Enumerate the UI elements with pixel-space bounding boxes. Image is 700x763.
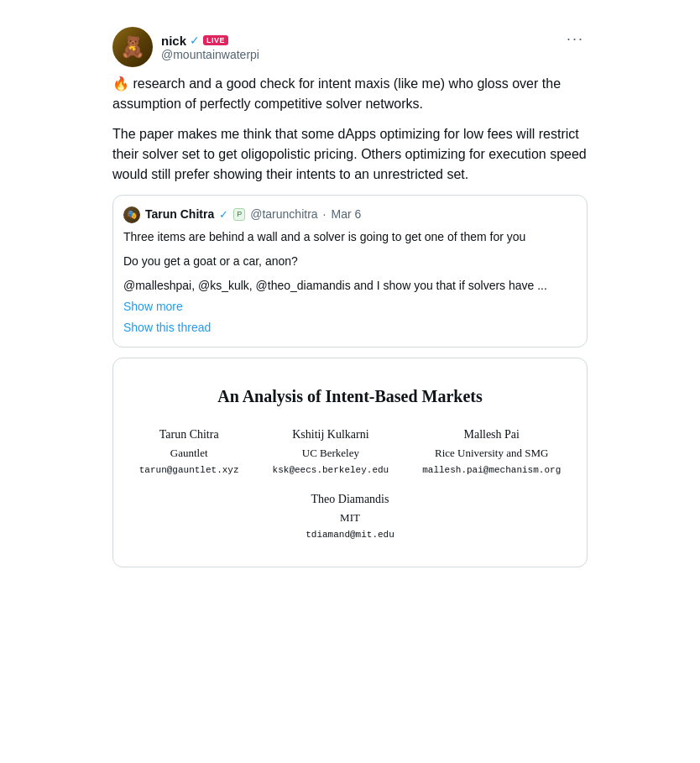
display-name[interactable]: nick [161,34,186,48]
center-author-affiliation: MIT [130,510,570,526]
quoted-tweet-date: Mar 6 [331,206,361,223]
author-3-email: mallesh.pai@mechanism.org [422,463,561,478]
quoted-avatar: 🎭 [123,206,140,223]
user-info: nick ✓ LIVE @mountainwaterpi [161,34,259,61]
author-block-2: Kshitij Kulkarni UC Berkeley ksk@eecs.be… [273,426,389,477]
tweet-body: 🔥 research and a good check for intent m… [112,74,588,567]
tweet-paragraph-2: The paper makes me think that some dApps… [112,124,588,185]
show-more-button[interactable]: Show more [123,298,577,316]
paper-title: An Analysis of Intent-Based Markets [130,384,570,409]
avatar[interactable]: 🧸 [112,27,153,67]
paper-authors: Tarun Chitra Gauntlet tarun@gauntlet.xyz… [130,426,570,477]
live-badge: LIVE [203,35,228,45]
quoted-tweet-header: 🎭 Tarun Chitra ✓ P @tarunchitra · Mar 6 [123,206,577,223]
author-2-email: ksk@eecs.berkeley.edu [273,463,389,478]
tweet-container: 🧸 nick ✓ LIVE @mountainwaterpi ··· 🔥 res… [99,17,601,588]
avatar-image: 🧸 [112,27,153,67]
tweet-header: 🧸 nick ✓ LIVE @mountainwaterpi ··· [112,27,588,67]
quoted-username[interactable]: @tarunchitra [250,206,317,223]
quoted-paragraph-2: Do you get a goat or a car, anon? [123,253,577,270]
paper-preview[interactable]: An Analysis of Intent-Based Markets Taru… [112,358,588,567]
show-thread-button[interactable]: Show this thread [123,319,577,337]
tweet-paragraph-1: 🔥 research and a good check for intent m… [112,74,588,114]
quoted-author-name[interactable]: Tarun Chitra [145,206,214,223]
more-options-button[interactable]: ··· [563,27,588,51]
display-name-row: nick ✓ LIVE [161,34,259,48]
quoted-paragraph-1: Three items are behind a wall and a solv… [123,228,577,246]
center-author-name: Theo Diamandis [130,490,570,508]
center-author-block: Theo Diamandis MIT tdiamand@mit.edu [130,490,570,541]
quoted-paragraph-3: @malleshpai, @ks_kulk, @theo_diamandis a… [123,277,577,295]
center-author-email: tdiamand@mit.edu [130,528,570,542]
author-1-name: Tarun Chitra [139,426,239,443]
author-2-affiliation: UC Berkeley [273,445,389,462]
quoted-tweet[interactable]: 🎭 Tarun Chitra ✓ P @tarunchitra · Mar 6 … [112,195,588,348]
username[interactable]: @mountainwaterpi [161,48,259,61]
quoted-verified-icon: ✓ [219,206,228,223]
verified-icon: ✓ [190,34,200,47]
author-2-name: Kshitij Kulkarni [273,426,389,443]
tweet-header-left: 🧸 nick ✓ LIVE @mountainwaterpi [112,27,259,67]
author-block-3: Mallesh Pai Rice University and SMG mall… [422,426,561,477]
quoted-date: · [323,206,326,223]
author-3-affiliation: Rice University and SMG [422,445,561,462]
author-3-name: Mallesh Pai [422,426,561,443]
author-1-affiliation: Gauntlet [139,445,239,462]
quoted-author-badge: P [233,208,245,222]
quoted-tweet-body: Three items are behind a wall and a solv… [123,228,577,295]
author-block-1: Tarun Chitra Gauntlet tarun@gauntlet.xyz [139,426,239,477]
author-1-email: tarun@gauntlet.xyz [139,463,239,478]
